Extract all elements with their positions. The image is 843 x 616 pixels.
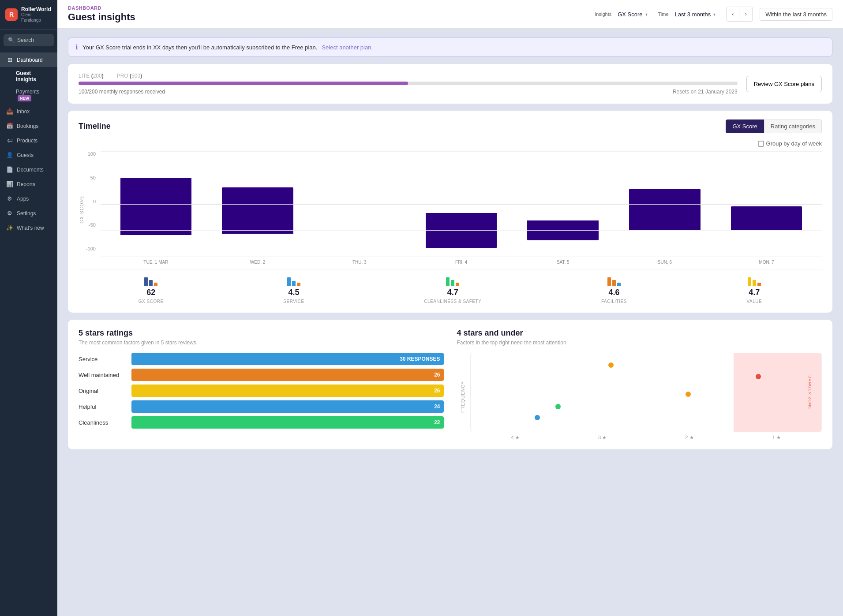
x-label-2star: 2 ★ [685,435,693,441]
content-area: ℹ Your GX Score trial ends in XX days th… [57,29,843,616]
bar-label-service: Service [79,356,127,362]
mini-bar-f1 [607,277,611,286]
mini-bars-clean [446,274,459,286]
insights-select[interactable]: GX Score ▾ [614,9,651,19]
mini-bar-f2 [612,280,616,286]
progress-bar-wrap [79,82,738,85]
payments-badge: NEW [18,95,31,101]
sidebar-item-whats-new[interactable]: ✨ What's new [0,220,57,235]
mini-chart-facilities: 4.6 FACILITIES [601,274,627,304]
bar-chart-container: 100 50 0 -50 -100 GX SCORE [79,151,822,265]
lite-label: LITE (200) [79,73,104,79]
bar-label-helpful: Helpful [79,403,127,410]
mini-bar-3 [154,283,157,286]
search-button[interactable]: 🔍 Search [4,34,54,46]
top-header: DASHBOARD Guest insights Insights GX Sco… [57,0,843,29]
time-label: Time [658,11,669,17]
sidebar-item-bookings[interactable]: 📅 Bookings [0,119,57,133]
x-label-2: WED, 2 [207,260,309,265]
progress-card: LITE (200) PRO (500) 100/200 monthly res… [68,64,832,104]
trial-text: Your GX Score trial ends in XX days then… [82,44,317,51]
sidebar-item-documents[interactable]: 📄 Documents [0,162,57,177]
review-plans-button[interactable]: Review GX Score plans [746,76,822,92]
next-arrow[interactable]: › [739,7,753,22]
bar-fill-cleanliness: 22 [131,416,444,429]
time-value: Last 3 months [675,11,711,18]
tab-gx-score[interactable]: GX Score [726,119,764,133]
brand-text: RollerWorld Clem Fandango [21,6,52,23]
sidebar-label-reports: Reports [17,181,35,187]
sidebar-item-reports[interactable]: 📊 Reports [0,177,57,191]
x-label-1star: 1 ★ [772,435,781,441]
chart-options: Group by day of week [79,140,822,147]
time-select[interactable]: Last 3 months ▾ [671,9,719,19]
scatter-area: DANGER ZONE [470,353,822,432]
scatter-wrapper: FREQUENCY DANGER ZONE 4 ★ 3 ★ [457,353,822,441]
timeline-card: Timeline GX Score Rating categories Grou… [68,111,832,313]
mini-label-gx: GX SCORE [139,299,164,304]
prev-arrow[interactable]: ‹ [726,7,739,22]
sidebar-item-guest-insights[interactable]: Guest insights [0,67,57,86]
sidebar-item-settings[interactable]: ⚙ Settings [0,206,57,220]
date-range-display: Within the last 3 months [760,8,832,21]
sidebar-item-inbox[interactable]: 📥 Inbox [0,104,57,119]
mini-bars-service [287,274,300,286]
info-icon: ℹ [75,43,78,51]
main-content: DASHBOARD Guest insights Insights GX Sco… [57,0,843,616]
group-by-checkbox[interactable]: Group by day of week [758,140,822,147]
mini-score-fac: 4.6 [608,288,619,297]
group-label: Group by day of week [766,140,822,147]
sidebar-item-apps[interactable]: ⚙ Apps [0,191,57,206]
x-label-5: SAT, 5 [512,260,614,265]
apps-icon: ⚙ [6,195,13,202]
bar-row-service: Service 30 RESPONSES [79,353,444,365]
progress-text: 100/200 monthly responses received [79,89,165,95]
tab-rating-categories[interactable]: Rating categories [764,119,822,133]
mini-chart-gx: 62 GX SCORE [139,274,164,304]
plan-labels: LITE (200) PRO (500) [79,73,738,79]
bar-label-original: Original [79,388,127,394]
scatter-y-label: FREQUENCY [461,381,465,413]
scatter-dot-2 [686,392,691,397]
danger-zone-label: DANGER ZONE [807,375,812,409]
chart-tabs: GX Score Rating categories [726,119,822,133]
guests-icon: 👤 [6,152,13,158]
sidebar-item-dashboard[interactable]: ⊞ Dashboard [0,52,57,67]
chart-title: Timeline [79,122,111,131]
chart-header: Timeline GX Score Rating categories [79,119,822,133]
reports-icon: 📊 [6,181,13,187]
mini-bar-f3 [617,283,621,286]
trial-link[interactable]: Select another plan. [322,44,373,51]
progress-bar-fill [79,82,408,85]
bar-label-maintained: Well maintained [79,372,127,378]
sidebar-label-inbox: Inbox [17,108,30,115]
sidebar-item-products[interactable]: 🏷 Products [0,133,57,148]
bar-label-cleanliness: Cleanliness [79,419,127,426]
header-controls: Insights GX Score ▾ Time Last 3 months ▾… [595,7,832,22]
four-stars-sub: Factors in the top right need the most a… [457,340,822,346]
bar-6 [629,189,701,231]
brand-sub: Clem Fandango [21,12,52,23]
bar-row-cleanliness: Cleanliness 22 [79,416,444,429]
mini-label-clean: CLEANLINESS & SAFETY [424,299,481,304]
mini-score-clean: 4.7 [447,288,458,297]
mini-bar-2 [149,280,153,286]
mini-chart-cleanliness: 4.7 CLEANLINESS & SAFETY [424,274,481,304]
five-stars-section: 5 stars ratings The most common factors … [79,329,444,441]
bar-row-original: Original 26 [79,385,444,397]
sidebar-label-products: Products [17,138,37,144]
mini-bar-s2 [292,281,296,286]
mini-bar-v3 [757,283,761,286]
header-left: DASHBOARD Guest insights [68,5,135,23]
sidebar-item-guests[interactable]: 👤 Guests [0,148,57,162]
mini-chart-value: 4.7 VALUE [747,274,762,304]
bar-2 [222,187,293,234]
page-title: Guest insights [68,11,135,23]
bottom-section: 5 stars ratings The most common factors … [68,320,832,449]
brand-header: R RollerWorld Clem Fandango [0,0,57,30]
sidebar-item-payments[interactable]: Payments NEW [0,86,57,104]
products-icon: 🏷 [6,137,13,144]
x-label-3star: 3 ★ [598,435,607,441]
mini-bars-gx [144,274,157,286]
grid-line-1 [101,178,822,178]
